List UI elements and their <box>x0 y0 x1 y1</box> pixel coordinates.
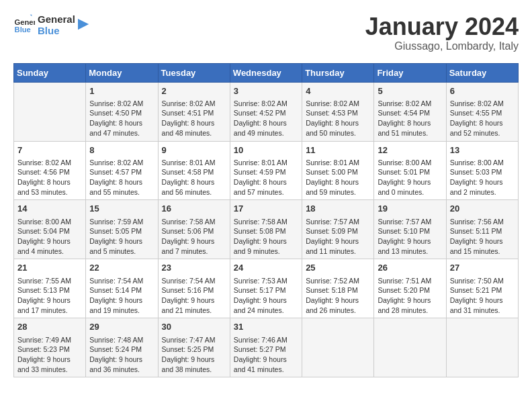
day-info-line: Sunrise: 7:50 AM <box>450 276 515 286</box>
day-info-line: Daylight: 9 hours <box>17 355 82 365</box>
day-info-line: Daylight: 8 hours <box>162 177 226 187</box>
day-info-line: Sunset: 5:09 PM <box>306 226 370 236</box>
day-number: 8 <box>89 144 154 156</box>
calendar-cell: 30Sunrise: 7:47 AMSunset: 5:25 PMDayligh… <box>158 318 230 377</box>
day-info-line: Sunset: 5:10 PM <box>378 226 442 236</box>
day-info-line: Sunset: 5:01 PM <box>378 167 442 177</box>
day-number: 24 <box>234 262 298 274</box>
day-info-line: and 31 minutes. <box>450 306 515 316</box>
day-info-line: Sunrise: 8:02 AM <box>89 99 154 109</box>
day-info-line: Sunrise: 8:02 AM <box>378 99 442 109</box>
day-info-line: Daylight: 9 hours <box>450 295 515 306</box>
calendar-cell: 20Sunrise: 7:56 AMSunset: 5:11 PMDayligh… <box>446 200 518 259</box>
calendar-cell: 1Sunrise: 8:02 AMSunset: 4:50 PMDaylight… <box>86 82 158 141</box>
day-info-line: and 17 minutes. <box>17 306 82 316</box>
day-info-line: Sunrise: 7:46 AM <box>234 335 298 345</box>
day-number: 17 <box>234 203 298 215</box>
week-row-5: 28Sunrise: 7:49 AMSunset: 5:23 PMDayligh… <box>14 318 519 377</box>
day-info-line: and 49 minutes. <box>234 128 298 138</box>
calendar-cell: 8Sunrise: 8:02 AMSunset: 4:57 PMDaylight… <box>86 141 158 200</box>
day-info-line: Sunset: 4:51 PM <box>162 108 226 118</box>
day-info-line: Daylight: 9 hours <box>89 295 154 306</box>
day-info-line: Sunrise: 7:56 AM <box>450 217 515 227</box>
day-number: 6 <box>450 85 515 97</box>
day-info-line: Sunset: 4:59 PM <box>234 167 298 177</box>
day-info-line: and 5 minutes. <box>89 246 154 257</box>
svg-marker-3 <box>78 19 89 30</box>
col-header-saturday: Saturday <box>446 63 518 82</box>
day-info-line: and 2 minutes. <box>450 187 515 197</box>
day-info-line: Sunset: 5:25 PM <box>162 345 226 355</box>
calendar-cell: 3Sunrise: 8:02 AMSunset: 4:52 PMDaylight… <box>230 82 302 141</box>
day-info-line: Sunrise: 8:02 AM <box>17 158 82 168</box>
calendar-cell: 16Sunrise: 7:58 AMSunset: 5:06 PMDayligh… <box>158 200 230 259</box>
calendar-cell: 4Sunrise: 8:02 AMSunset: 4:53 PMDaylight… <box>302 82 374 141</box>
logo-icon: General Blue <box>13 14 35 36</box>
calendar-cell: 10Sunrise: 8:01 AMSunset: 4:59 PMDayligh… <box>230 141 302 200</box>
day-info-line: Sunset: 5:06 PM <box>162 226 226 236</box>
day-info-line: Daylight: 9 hours <box>450 177 515 187</box>
day-info-line: Daylight: 9 hours <box>306 236 370 246</box>
month-title: January 2024 <box>365 13 519 40</box>
day-number: 16 <box>162 203 226 215</box>
day-info-line: Sunset: 4:56 PM <box>17 167 82 177</box>
day-info-line: Sunrise: 8:00 AM <box>378 158 442 168</box>
day-number: 7 <box>17 144 82 156</box>
col-header-tuesday: Tuesday <box>158 63 230 82</box>
calendar-cell: 25Sunrise: 7:52 AMSunset: 5:18 PMDayligh… <box>302 259 374 318</box>
day-info-line: Sunrise: 7:57 AM <box>378 217 442 227</box>
day-info-line: and 52 minutes. <box>450 128 515 138</box>
day-info-line: Sunrise: 7:49 AM <box>17 335 82 345</box>
day-info-line: Sunrise: 8:01 AM <box>234 158 298 168</box>
day-info-line: and 59 minutes. <box>306 187 370 197</box>
day-info-line: Daylight: 9 hours <box>162 355 226 365</box>
location-text: Giussago, Lombardy, Italy <box>365 40 519 52</box>
day-info-line: Sunset: 5:17 PM <box>234 285 298 295</box>
title-block: January 2024 Giussago, Lombardy, Italy <box>365 13 519 52</box>
day-info-line: and 51 minutes. <box>378 128 442 138</box>
day-info-line: Sunrise: 8:02 AM <box>234 99 298 109</box>
day-info-line: and 21 minutes. <box>162 306 226 316</box>
day-info-line: Daylight: 9 hours <box>162 295 226 306</box>
day-number: 12 <box>378 144 442 156</box>
day-info-line: Sunrise: 8:00 AM <box>450 158 515 168</box>
logo-text-blue: Blue <box>38 25 75 36</box>
day-info-line: Daylight: 8 hours <box>234 177 298 187</box>
day-info-line: Daylight: 8 hours <box>17 177 82 187</box>
day-info-line: Sunset: 5:03 PM <box>450 167 515 177</box>
day-info-line: and 53 minutes. <box>17 187 82 197</box>
calendar-cell: 31Sunrise: 7:46 AMSunset: 5:27 PMDayligh… <box>230 318 302 377</box>
day-info-line: Daylight: 9 hours <box>17 295 82 306</box>
day-info-line: Sunrise: 8:02 AM <box>450 99 515 109</box>
day-number: 28 <box>17 321 82 333</box>
day-number: 4 <box>306 85 370 97</box>
calendar-cell: 22Sunrise: 7:54 AMSunset: 5:14 PMDayligh… <box>86 259 158 318</box>
day-info-line: Daylight: 9 hours <box>17 236 82 246</box>
day-info-line: and 19 minutes. <box>89 306 154 316</box>
day-number: 9 <box>162 144 226 156</box>
calendar-cell: 21Sunrise: 7:55 AMSunset: 5:13 PMDayligh… <box>14 259 86 318</box>
day-info-line: Sunset: 5:00 PM <box>306 167 370 177</box>
day-info-line: and 55 minutes. <box>89 187 154 197</box>
calendar-cell <box>446 318 518 377</box>
day-number: 22 <box>89 262 154 274</box>
day-info-line: Sunrise: 7:52 AM <box>306 276 370 286</box>
calendar-cell: 15Sunrise: 7:59 AMSunset: 5:05 PMDayligh… <box>86 200 158 259</box>
day-info-line: and 56 minutes. <box>162 187 226 197</box>
day-info-line: Daylight: 8 hours <box>378 118 442 128</box>
day-info-line: Sunrise: 8:02 AM <box>162 99 226 109</box>
day-number: 11 <box>306 144 370 156</box>
day-info-line: and 28 minutes. <box>378 306 442 316</box>
day-info-line: Daylight: 9 hours <box>234 295 298 306</box>
day-info-line: Sunset: 4:58 PM <box>162 167 226 177</box>
day-number: 25 <box>306 262 370 274</box>
svg-text:General: General <box>15 18 35 26</box>
calendar-cell: 26Sunrise: 7:51 AMSunset: 5:20 PMDayligh… <box>374 259 446 318</box>
col-header-wednesday: Wednesday <box>230 63 302 82</box>
day-info-line: Daylight: 9 hours <box>162 236 226 246</box>
day-number: 2 <box>162 85 226 97</box>
calendar-cell: 17Sunrise: 7:58 AMSunset: 5:08 PMDayligh… <box>230 200 302 259</box>
day-number: 23 <box>162 262 226 274</box>
day-number: 27 <box>450 262 515 274</box>
col-header-sunday: Sunday <box>14 63 86 82</box>
